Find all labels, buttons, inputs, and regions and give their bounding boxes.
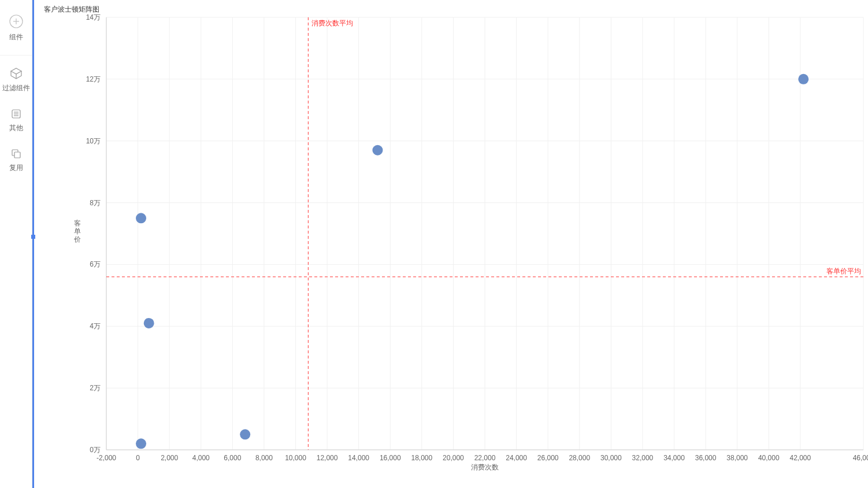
x-tick-label: 14,000 [348, 454, 369, 462]
sidebar-item-label: 过滤组件 [2, 83, 30, 93]
sidebar-item-other[interactable]: 其他 [0, 103, 32, 143]
y-tick-label: 12万 [86, 75, 101, 83]
x-tick-label: 2,000 [161, 454, 178, 462]
x-tick-label: 20,000 [443, 454, 464, 462]
x-tick-label: 38,000 [726, 454, 748, 462]
sidebar-item-add[interactable]: 组件 [0, 9, 32, 53]
y-tick-label: 8万 [90, 199, 101, 207]
list-icon [10, 108, 22, 120]
x-tick-label: 34,000 [663, 454, 685, 462]
selection-edge [32, 0, 34, 488]
ref-line-horizontal-label: 客单价平均 [826, 267, 861, 275]
x-tick-label: 0 [136, 454, 140, 462]
ref-line-vertical-label: 消费次数平均 [311, 19, 353, 27]
data-point[interactable] [136, 213, 146, 223]
x-tick-label: 16,000 [380, 454, 401, 462]
svg-rect-10 [14, 152, 20, 158]
sidebar-item-label: 组件 [9, 32, 23, 42]
data-point[interactable] [240, 429, 250, 439]
x-tick-label: 32,000 [632, 454, 654, 462]
y-axis-title-char: 单 [74, 227, 81, 235]
scatter-chart[interactable]: 0万2万4万6万8万10万12万14万-2,00002,0004,0006,00… [37, 0, 868, 488]
sidebar-item-filter[interactable]: 过滤组件 [0, 62, 32, 103]
main: 客户波士顿矩阵图 0万2万4万6万8万10万12万14万-2,00002,000… [32, 0, 868, 488]
x-tick-label: 42,000 [789, 454, 811, 462]
x-tick-label: 12,000 [317, 454, 338, 462]
y-tick-label: 10万 [86, 137, 101, 145]
sidebar: 组件 过滤组件 其他 [0, 0, 32, 488]
x-tick-label: 30,000 [600, 454, 622, 462]
x-tick-label: 28,000 [569, 454, 590, 462]
x-tick-label: 22,000 [474, 454, 496, 462]
sidebar-item-label: 其他 [9, 123, 23, 133]
cube-icon [10, 67, 23, 80]
data-point[interactable] [136, 438, 146, 449]
x-tick-label: 24,000 [506, 454, 527, 462]
x-tick-label: -2,000 [97, 454, 116, 462]
x-tick-label: 8,000 [255, 454, 273, 462]
y-tick-label: 4万 [90, 322, 101, 330]
x-tick-label: 10,000 [285, 454, 306, 462]
y-axis-title-char: 客 [74, 219, 81, 227]
y-axis-title-char: 价 [73, 235, 81, 243]
divider [0, 55, 32, 56]
copy-icon [10, 148, 22, 160]
plus-circle-icon [9, 14, 24, 29]
x-tick-label: 6,000 [224, 454, 241, 462]
x-tick-label: 36,000 [695, 454, 717, 462]
y-tick-label: 2万 [90, 384, 101, 392]
x-tick-label: 46,000 [853, 454, 868, 462]
data-point[interactable] [798, 74, 808, 84]
chart-container: 0万2万4万6万8万10万12万14万-2,00002,0004,0006,00… [37, 0, 868, 488]
x-tick-label: 4,000 [192, 454, 210, 462]
x-tick-label: 26,000 [537, 454, 559, 462]
y-tick-label: 0万 [90, 446, 101, 454]
data-point[interactable] [144, 318, 154, 328]
selection-handle[interactable] [31, 235, 35, 239]
x-tick-label: 40,000 [758, 454, 780, 462]
sidebar-item-reuse[interactable]: 复用 [0, 143, 32, 183]
y-tick-label: 6万 [90, 260, 101, 268]
x-tick-label: 18,000 [411, 454, 432, 462]
x-axis-title: 消费次数 [471, 463, 499, 471]
sidebar-item-label: 复用 [9, 163, 23, 173]
svg-marker-3 [11, 68, 21, 74]
data-point[interactable] [372, 145, 383, 156]
y-tick-label: 14万 [86, 13, 101, 21]
